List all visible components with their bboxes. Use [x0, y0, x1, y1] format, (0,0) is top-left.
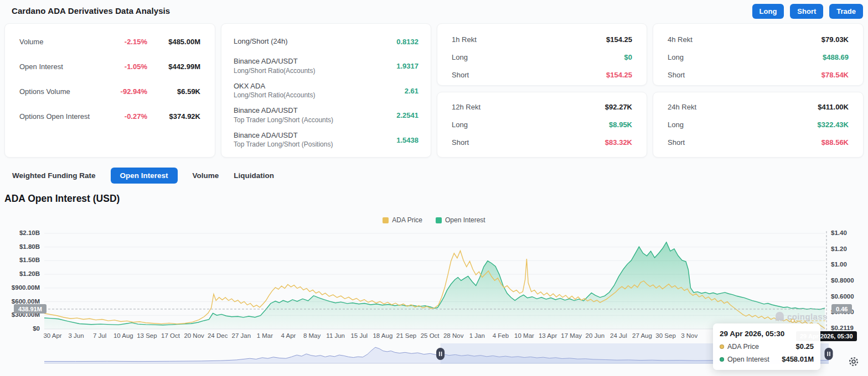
rekt-short-row: Short$83.32K — [452, 133, 632, 151]
y-axis-label-right: $0.2119 — [831, 325, 854, 331]
stat-change: -1.05% — [102, 62, 147, 71]
chart-settings-icon[interactable] — [846, 354, 861, 369]
tab-weighted-funding-rate[interactable]: Weighted Funding Rate — [12, 168, 96, 184]
y-axis-label-right: $0.8000 — [831, 277, 854, 284]
header-actions: Long Short Trade — [752, 4, 863, 19]
tooltip-series-value: $458.01M — [782, 355, 814, 363]
y-axis-label-left: $900.00M — [0, 284, 40, 291]
ratio-sublabel: Long/Short Ratio(Accounts) — [234, 67, 396, 76]
legend-swatch — [383, 217, 389, 223]
rekt-short-value: $78.54K — [822, 71, 849, 79]
y-axis-label-right: $1.00 — [831, 261, 847, 268]
y-axis-label-right: $0.6000 — [831, 293, 854, 300]
long-button[interactable]: Long — [752, 4, 784, 19]
stat-value: $485.00M — [147, 38, 200, 46]
stat-value: $374.92K — [147, 112, 200, 121]
legend-label: Open Interest — [445, 216, 485, 224]
legend-item[interactable]: Open Interest — [436, 216, 485, 224]
market-stats-card: Volume-2.15%$485.00MOpen Interest-1.05%$… — [4, 23, 215, 158]
y-axis-label-left: $2.10B — [0, 229, 40, 236]
ratio-row: Binance ADA/USDTTop Trader Long/Short (A… — [234, 103, 418, 128]
rekt-total: $79.03K — [822, 35, 849, 44]
ratio-row: OKX ADALong/Short Ratio(Accounts)2.61 — [234, 79, 418, 103]
y-axis-label-right: $1.20 — [831, 246, 847, 252]
tooltip-series-name: Open Interest — [727, 356, 769, 363]
short-button[interactable]: Short — [790, 4, 823, 19]
ratio-labels: Binance ADA/USDTTop Trader Long/Short (A… — [234, 106, 396, 124]
rekt-long-label: Long — [668, 53, 823, 61]
rekt-short-label: Short — [452, 138, 605, 147]
ratio-value: 2.61 — [405, 87, 418, 95]
legend-item[interactable]: ADA Price — [383, 216, 422, 224]
ratio-sublabel: Top Trader Long/Short (Positions) — [234, 140, 396, 149]
rekt-long-value: $0 — [624, 53, 632, 61]
rekt-short-value: $88.56K — [822, 138, 849, 147]
trade-button[interactable]: Trade — [829, 4, 863, 19]
rekt-title: 4h Rekt — [668, 35, 822, 44]
ratio-row: Binance ADA/USDTLong/Short Ratio(Account… — [234, 54, 418, 79]
stat-row: Options Open Interest-0.27%$374.92K — [19, 104, 200, 129]
ratio-row: Long/Short (24h)0.8132 — [234, 29, 418, 54]
crosshair-right-value-badge: 0.46 — [831, 304, 852, 314]
ratio-labels: Binance ADA/USDTTop Trader Long/Short (P… — [234, 131, 396, 149]
rekt-short-label: Short — [668, 71, 822, 79]
rekt-short-value: $154.25 — [606, 71, 632, 79]
rekt-card-1h: 1h Rekt$154.25Long$0Short$154.25 — [437, 23, 647, 86]
rekt-title: 12h Rekt — [452, 103, 605, 111]
stat-change: -0.27% — [102, 112, 147, 121]
ratio-labels: Binance ADA/USDTLong/Short Ratio(Account… — [234, 57, 396, 75]
rekt-short-label: Short — [452, 71, 606, 79]
ratio-label: Binance ADA/USDT — [234, 57, 396, 66]
rekt-long-label: Long — [452, 53, 624, 61]
rekt-short-row: Short$78.54K — [668, 66, 849, 83]
stat-value: $442.99M — [147, 62, 200, 71]
rekt-card-4h: 4h Rekt$79.03KLong$488.69Short$78.54K — [653, 23, 864, 86]
legend-swatch — [436, 217, 442, 223]
y-axis-label-left: $1.80B — [0, 243, 40, 250]
long-short-ratio-card: Long/Short (24h)0.8132Binance ADA/USDTLo… — [221, 23, 431, 158]
rekt-long-label: Long — [452, 121, 609, 129]
rekt-short-row: Short$154.25 — [452, 66, 632, 83]
rekt-long-value: $488.69 — [823, 53, 849, 61]
rekt-title-row: 12h Rekt$92.27K — [452, 98, 632, 116]
stat-change: -2.15% — [102, 38, 147, 46]
coinglass-logo-icon — [775, 311, 784, 322]
crosshair-left-value-badge: 438.91M — [14, 304, 46, 314]
section-title: ADA Open Interest (USD) — [4, 193, 120, 205]
ratio-label: Binance ADA/USDT — [234, 106, 396, 116]
stat-label: Volume — [19, 38, 102, 46]
ratio-sublabel: Top Trader Long/Short (Accounts) — [234, 116, 396, 125]
tooltip-series-dot — [720, 344, 724, 349]
rekt-total: $411.00K — [818, 103, 849, 111]
tooltip-row: ADA Price$0.25 — [720, 342, 814, 351]
stat-row: Options Volume-92.94%$6.59K — [19, 79, 200, 104]
rekt-short-label: Short — [668, 138, 822, 147]
tooltip-row: Open Interest$458.01M — [720, 355, 814, 363]
ratio-labels: Long/Short (24h) — [234, 37, 396, 46]
coinglass-watermark: coinglass — [775, 311, 828, 322]
rekt-long-label: Long — [668, 121, 818, 129]
stat-label: Options Volume — [19, 87, 102, 96]
rekt-long-row: Long$488.69 — [668, 48, 849, 66]
ratio-row: Binance ADA/USDTTop Trader Long/Short (P… — [234, 128, 418, 153]
watermark-text: coinglass — [787, 312, 828, 321]
rekt-title: 1h Rekt — [452, 35, 606, 44]
rekt-total: $92.27K — [605, 103, 632, 111]
navigator[interactable] — [44, 343, 829, 365]
tooltip-series-dot — [720, 357, 724, 362]
tooltip-series-name: ADA Price — [727, 343, 759, 351]
y-axis-label-left: $1.50B — [0, 257, 40, 263]
rekt-long-row: Long$0 — [452, 48, 632, 66]
ratio-labels: OKX ADALong/Short Ratio(Accounts) — [234, 82, 405, 100]
ratio-value: 2.2541 — [396, 111, 418, 119]
rekt-title-row: 1h Rekt$154.25 — [452, 30, 632, 48]
tooltip-rows: ADA Price$0.25Open Interest$458.01M — [720, 342, 814, 363]
tab-volume[interactable]: Volume — [193, 168, 219, 184]
rekt-title-row: 4h Rekt$79.03K — [668, 30, 849, 48]
stat-value: $6.59K — [147, 87, 200, 96]
rekt-card-24h: 24h Rekt$411.00KLong$322.43KShort$88.56K — [653, 92, 864, 158]
tab-liquidation[interactable]: Liquidation — [234, 168, 274, 184]
rekt-long-value: $8.95K — [609, 121, 632, 129]
tab-open-interest[interactable]: Open Interest — [111, 168, 178, 184]
app: Cardano ADA Derivatives Data Analysis Lo… — [0, 0, 868, 376]
